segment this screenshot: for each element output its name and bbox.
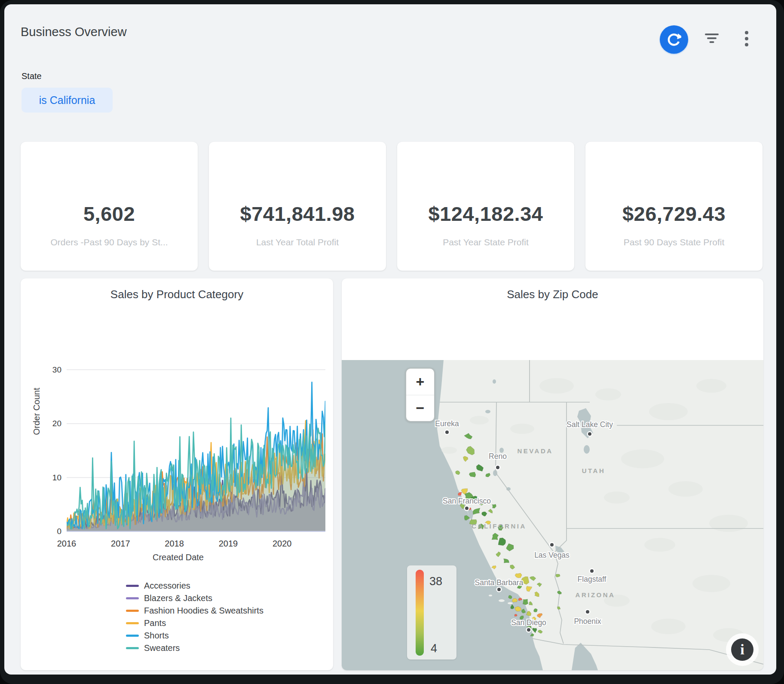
legend-label: Pants: [144, 618, 166, 628]
info-icon: i: [731, 638, 753, 661]
map-city-label: Salt Lake City: [567, 420, 613, 429]
zip-region[interactable]: [514, 614, 517, 616]
map-city-label: Santa Barbara: [475, 578, 524, 587]
map-city-label: Las Vegas: [534, 551, 570, 559]
legend-label: Blazers & Jackets: [144, 593, 212, 603]
legend-item: Sweaters: [126, 642, 180, 653]
color-scale-gradient: [416, 570, 424, 656]
scale-max-label: 38: [429, 575, 442, 588]
more-options-button[interactable]: [744, 31, 749, 48]
map-title: Sales by Zip Code: [342, 288, 763, 301]
page-title: Business Overview: [21, 25, 127, 39]
sales-by-category-card: Sales by Product Category Order Count 30…: [21, 278, 333, 670]
map-city-dot: [497, 588, 501, 591]
legend-label: Accessories: [144, 581, 190, 591]
map-city-label: Reno: [489, 452, 507, 461]
map-city-dot: [586, 610, 589, 614]
map-city-label: Phoenix: [574, 617, 601, 626]
x-tick: 2019: [213, 539, 243, 549]
map-city-label: San Diego: [511, 618, 546, 627]
map-city-dot: [496, 466, 499, 469]
kpi-label: Past Year State Profit: [397, 237, 574, 247]
legend-swatch: [126, 585, 139, 587]
x-tick: 2020: [267, 539, 297, 549]
map-color-scale: 38 4: [407, 565, 456, 660]
legend-item: Pants: [126, 617, 166, 629]
map-city-label: Flagstaff: [578, 575, 606, 583]
state-filter-chip[interactable]: is California: [21, 88, 113, 113]
legend-item: Shorts: [126, 630, 169, 641]
category-line-chart: [67, 363, 325, 532]
legend-label: Sweaters: [144, 643, 180, 653]
map-city-label: San Francisco: [443, 497, 491, 505]
y-tick: 20: [43, 419, 61, 428]
kpi-label: Last Year Total Profit: [209, 237, 386, 247]
legend-swatch: [126, 635, 139, 637]
y-axis-title: Order Count: [32, 415, 42, 435]
kpi-label: Orders -Past 90 Days by St...: [21, 237, 198, 247]
map-info-button[interactable]: i: [726, 633, 759, 666]
chart-title: Sales by Product Category: [21, 288, 333, 301]
window-frame: Business Overview State is California 5,…: [0, 0, 784, 684]
state-filter-chip-text: is California: [39, 94, 95, 107]
sales-by-zip-card: Sales by Zip Code NEVADAUTAHCALIFORNIAAR…: [342, 278, 763, 670]
map-state-label: NEVADA: [517, 447, 553, 455]
zoom-out-button[interactable]: −: [406, 395, 434, 421]
kpi-card: $741,841.98Last Year Total Profit: [209, 142, 386, 271]
map-city-label: Eureka: [435, 419, 459, 428]
legend-swatch: [126, 647, 139, 649]
refresh-icon: [667, 32, 681, 47]
zoom-in-button[interactable]: +: [406, 369, 434, 395]
legend-label: Fashion Hoodies & Sweatshirts: [144, 606, 263, 616]
kpi-label: Past 90 Days State Profit: [585, 237, 763, 247]
legend-item: Accessories: [126, 580, 190, 591]
y-tick: 30: [43, 365, 61, 375]
kpi-card: 5,602Orders -Past 90 Days by St...: [21, 142, 198, 271]
zip-region[interactable]: [523, 599, 528, 605]
map-state-label: ARIZONA: [576, 591, 616, 598]
map-city-dot: [465, 507, 469, 510]
scale-min-label: 4: [431, 642, 437, 655]
kpi-value: $26,729.43: [585, 202, 763, 226]
y-tick: 0: [43, 527, 61, 536]
kpi-value: 5,602: [21, 202, 198, 226]
legend-swatch: [126, 622, 139, 624]
kpi-card: $124,182.34Past Year State Profit: [397, 142, 574, 271]
kpi-value: $124,182.34: [397, 202, 574, 226]
refresh-button[interactable]: [660, 25, 688, 54]
zip-region[interactable]: [534, 608, 538, 612]
dashboard: Business Overview State is California 5,…: [4, 4, 776, 675]
filter-icon[interactable]: [704, 33, 719, 46]
legend-item: Blazers & Jackets: [126, 592, 212, 604]
map-state-label: CALIFORNIA: [472, 522, 527, 530]
x-tick: 2016: [52, 539, 82, 549]
filter-label: State: [21, 71, 42, 81]
map-city-dot: [445, 431, 449, 434]
legend-swatch: [126, 597, 139, 599]
x-tick: 2018: [159, 539, 190, 549]
kpi-value: $741,841.98: [209, 202, 386, 226]
legend-swatch: [126, 610, 139, 612]
map-city-dot: [527, 628, 530, 632]
x-axis-title: Created Date: [21, 553, 333, 562]
kpi-card: $26,729.43Past 90 Days State Profit: [585, 142, 763, 271]
legend-label: Shorts: [144, 631, 169, 641]
map-city-dot: [588, 432, 591, 436]
map-city-dot: [550, 543, 554, 547]
map-zoom-control: + −: [405, 368, 435, 422]
map-state-label: UTAH: [582, 467, 606, 474]
x-tick: 2017: [105, 539, 135, 549]
y-tick: 10: [43, 473, 61, 482]
map-city-dot: [590, 569, 594, 573]
legend-item: Fashion Hoodies & Sweatshirts: [126, 605, 263, 616]
